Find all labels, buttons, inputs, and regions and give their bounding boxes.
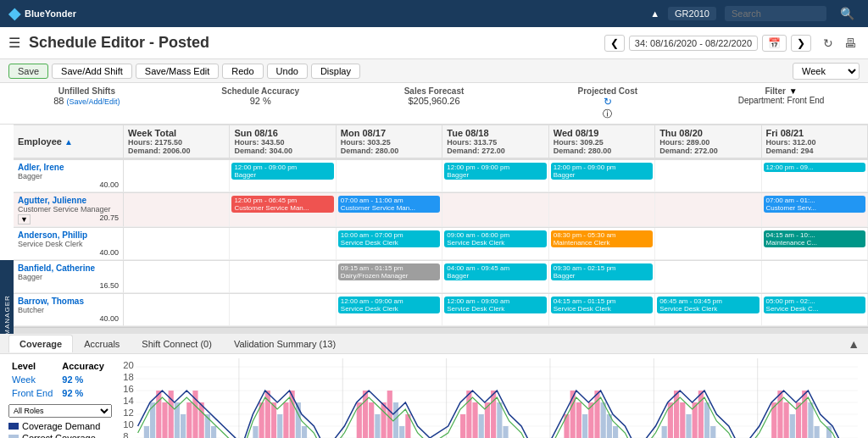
user-badge[interactable]: GR2010 [668,7,716,20]
shift-cell[interactable]: 07:00 am - 11:00 amCustomer Service Man.… [337,193,442,227]
frontend-level[interactable]: Front End [10,387,58,399]
view-mode-dropdown[interactable]: Week Day Month [793,63,860,80]
week-level[interactable]: Week [10,374,58,385]
week-hours: Hours: 2175.50 [128,138,225,147]
horizontal-scrollbar[interactable] [14,327,868,334]
shift-cell [655,193,761,227]
svg-rect-66 [211,426,216,438]
display-button[interactable]: Display [311,64,360,79]
shift-cell[interactable]: 12:00 pm - 09:00 pmBagger [442,160,548,192]
svg-rect-77 [283,402,288,438]
svg-text:10: 10 [123,419,134,430]
shift-block[interactable]: 12:00 pm - 09... [764,163,865,172]
svg-rect-149 [784,402,789,438]
shift-block[interactable]: 06:45 am - 03:45 pmService Desk Clerk [657,297,759,313]
week-total-header: Week Total Hours: 2175.50 Demand: 2006.0… [124,125,230,159]
shift-cell[interactable]: 09:30 am - 02:15 pmBagger [549,261,655,293]
shift-block[interactable]: 08:30 pm - 05:30 amMaintenance Clerk [551,230,653,247]
search-button[interactable]: 🔍 [835,5,860,22]
undo-button[interactable]: Undo [267,64,308,79]
collapse-button[interactable]: ▲ [848,337,860,351]
svg-rect-108 [497,402,502,438]
prev-date-button[interactable]: ❮ [604,35,625,52]
search-input[interactable] [725,6,826,21]
svg-rect-154 [815,426,820,438]
shift-block[interactable]: 04:15 am - 10:...Maintenance C... [764,230,865,247]
level-table: Level Accuracy Week 92 % Front End 92 % [8,358,112,401]
shift-cell[interactable]: 12:00 pm - 09:00 pmBagger [549,160,655,192]
coverage-tab[interactable]: Coverage [8,335,73,352]
shift-cell[interactable]: 12:00 pm - 09... [762,160,868,192]
shift-cell[interactable]: 04:00 am - 09:45 amBagger [442,261,548,293]
shift-cell[interactable]: 08:30 pm - 05:30 amMaintenance Clerk [549,228,655,260]
shift-cell[interactable]: 07:00 am - 01:...Customer Serv... [762,193,868,227]
tue-label: Tue 08/18 [447,128,543,138]
shift-cell[interactable]: 04:15 am - 10:...Maintenance C... [762,228,868,260]
shift-cell[interactable]: 06:45 am - 03:45 pmService Desk Clerk [655,294,761,326]
cost-help-icon[interactable]: ⓘ [603,108,612,120]
shift-cell[interactable]: 12:00 am - 09:00 amService Desk Clerk [442,294,548,326]
expand-icon[interactable]: ▼ [18,214,31,225]
unfilled-link[interactable]: (Save/Add/Edit) [67,97,120,106]
wed-demand: Demand: 280.00 [554,147,650,155]
emp-name[interactable]: Adler, Irene [18,163,119,172]
save-mass-edit-button[interactable]: Save/Mass Edit [136,64,219,79]
filter-icon[interactable]: ▼ [789,86,798,96]
shift-block[interactable]: 09:15 am - 01:15 pmDairy/Frozen Manager [338,263,440,280]
cost-refresh-icon[interactable]: ↻ [604,96,612,108]
shift-cell[interactable]: 04:15 am - 01:15 pmService Desk Clerk [549,294,655,326]
thu-demand: Demand: 272.00 [659,147,756,155]
mon-label: Mon 08/17 [341,128,437,138]
menu-icon[interactable]: ☰ [8,35,20,51]
shift-cell[interactable]: 09:00 am - 06:00 pmService Desk Clerk [442,228,548,260]
shift-block[interactable]: 04:15 am - 01:15 pmService Desk Clerk [551,297,653,313]
shift-block[interactable]: 05:00 pm - 02:...Service Desk C... [764,297,865,313]
accruals-tab[interactable]: Accruals [73,335,131,353]
shift-block[interactable]: 12:00 am - 09:00 amService Desk Clerk [338,297,440,313]
employee-cell: Anderson, Phillip Service Desk Clerk 40.… [14,228,124,260]
shift-block[interactable]: 12:00 am - 09:00 amService Desk Clerk [444,297,546,313]
shift-block[interactable]: 10:00 am - 07:00 pmService Desk Clerk [338,230,440,247]
emp-name[interactable]: Agutter, Julienne [18,196,119,205]
wed-hours: Hours: 309.25 [554,138,650,147]
logo-icon: ◆ [8,4,20,23]
shift-cell[interactable]: 12:00 am - 09:00 amService Desk Clerk [337,294,442,326]
nav-arrow-up[interactable]: ▲ [650,8,659,19]
shift-connect-tab[interactable]: Shift Connect (0) [131,335,223,353]
shift-block[interactable]: 12:00 pm - 06:45 pmCustomer Service Man.… [231,196,333,213]
shift-block[interactable]: 12:00 pm - 09:00 pmBagger [231,163,333,180]
shift-block[interactable]: 12:00 pm - 09:00 pmBagger [444,163,546,180]
shift-block[interactable]: 09:00 am - 06:00 pmService Desk Clerk [444,230,546,247]
calendar-icon-btn[interactable]: 📅 [762,35,787,52]
toolbar: Save Save/Add Shift Save/Mass Edit Redo … [0,59,868,83]
next-date-button[interactable]: ❯ [791,35,811,52]
sales-forecast-stat: Sales Forecast $205,960.26 [356,86,513,120]
svg-rect-137 [698,391,704,438]
validation-summary-tab[interactable]: Validation Summary (13) [223,335,347,353]
emp-name[interactable]: Barrow, Thomas [18,297,119,306]
save-add-shift-button[interactable]: Save/Add Shift [52,64,132,79]
redo-button[interactable]: Redo [222,64,263,79]
shift-cell[interactable]: 05:00 pm - 02:...Service Desk C... [762,294,868,326]
shift-block[interactable]: 07:00 am - 11:00 amCustomer Service Man.… [338,196,440,213]
coverage-legend: Level Accuracy Week 92 % Front End 92 % … [8,358,119,438]
shift-cell[interactable]: 09:15 am - 01:15 pmDairy/Frozen Manager [337,261,442,293]
shift-cell[interactable]: 10:00 am - 07:00 pmService Desk Clerk [337,228,442,260]
save-button[interactable]: Save [8,64,48,79]
schedule-accuracy-stat: Schedule Accuracy 92 % [182,86,339,120]
refresh-button[interactable]: ↻ [820,35,837,52]
svg-rect-107 [491,391,496,438]
shift-block[interactable]: 09:30 am - 02:15 pmBagger [551,263,653,280]
print-button[interactable]: 🖶 [841,35,860,52]
svg-text:14: 14 [123,396,134,406]
roles-dropdown[interactable]: All Roles [8,404,112,418]
shift-block[interactable]: 12:00 pm - 09:00 pmBagger [551,163,653,180]
emp-name[interactable]: Banfield, Catherine [18,263,119,273]
shift-cell[interactable]: 12:00 pm - 06:45 pmCustomer Service Man.… [230,193,336,227]
emp-name[interactable]: Anderson, Phillip [18,230,119,240]
tue-header: Tue 08/18 Hours: 313.75 Demand: 272.00 [442,125,548,159]
sort-icon[interactable]: ▲ [64,137,73,147]
shift-block[interactable]: 07:00 am - 01:...Customer Serv... [764,196,865,213]
shift-block[interactable]: 04:00 am - 09:45 amBagger [444,263,546,280]
shift-cell[interactable]: 12:00 pm - 09:00 pmBagger [230,160,336,192]
